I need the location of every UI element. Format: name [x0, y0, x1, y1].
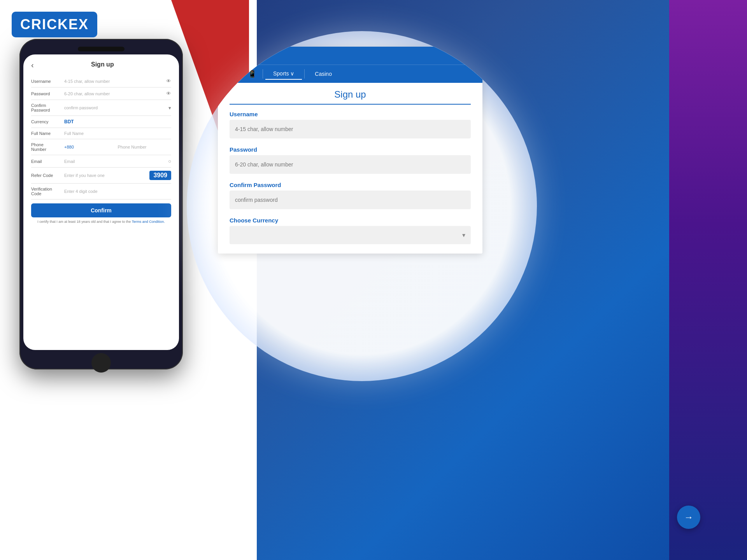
browser-header: CRICKEX [218, 47, 482, 65]
phone-confirm-password-chevron-icon[interactable]: ▾ [168, 105, 171, 111]
phone-username-label: Username [31, 79, 64, 84]
phone-currency-label: Currency [31, 119, 64, 124]
currency-label: Choose Currency [230, 217, 471, 224]
phone-home-button[interactable] [91, 353, 111, 373]
nav-divider-3 [304, 69, 305, 79]
green-corner-shape [472, 211, 537, 348]
magnifier-circle: CRICKEX 🏠 📱 Sports ∨ Casino Sign up User… [187, 31, 537, 381]
confirm-password-section: Confirm Password [230, 182, 471, 215]
phone-currency-value[interactable]: BDT [64, 119, 74, 124]
phone-email-circle-icon: ○ [168, 158, 171, 164]
phone-back-button[interactable]: ‹ [31, 61, 34, 70]
confirm-password-label: Confirm Password [230, 182, 471, 188]
phone-username-eye-icon[interactable]: 👁 [166, 78, 171, 84]
phone-frame: ‹ Sign up Username 4-15 char, allow numb… [19, 39, 183, 369]
password-input[interactable] [230, 155, 471, 174]
password-label: Password [230, 146, 471, 153]
phone-fullname-label: Full Name [31, 131, 64, 136]
arrow-right-icon: → [684, 512, 693, 523]
nav-mobile-icon[interactable]: 📱 [244, 67, 260, 80]
nav-divider-2 [263, 69, 263, 79]
phone-terms-text: I certify that I am at least 18 years ol… [31, 220, 171, 224]
phone-refercode-label: Refer Code [31, 173, 64, 178]
browser-logo-x: X [259, 51, 265, 60]
username-section: Username [230, 111, 471, 145]
confirm-password-input[interactable] [230, 191, 471, 209]
phone-terms-link[interactable]: Terms and Condition. [132, 220, 165, 224]
password-section: Password [230, 146, 471, 180]
currency-dropdown-chevron-icon[interactable]: ▾ [462, 231, 465, 239]
phone-confirm-password-label: ConfirmPassword [31, 103, 64, 112]
phone-notch [78, 47, 124, 51]
phone-currency-row: Currency BDT [31, 116, 171, 128]
phone-number-label: PhoneNumber [31, 142, 64, 152]
phone-username-row: Username 4-15 char, allow number 👁 [31, 75, 171, 88]
nav-casino-item[interactable]: Casino [307, 68, 340, 79]
phone-email-label: Email [31, 159, 64, 164]
browser-window: CRICKEX 🏠 📱 Sports ∨ Casino Sign up User… [218, 47, 482, 254]
nav-home-icon[interactable]: 🏠 [223, 67, 239, 80]
phone-number-placeholder[interactable]: Phone Number [118, 145, 172, 149]
phone-confirm-button[interactable]: Confirm [31, 203, 171, 217]
nav-divider-1 [241, 69, 242, 79]
phone-number-input[interactable]: +880 [64, 145, 118, 149]
phone-email-row: Email Email ○ [31, 155, 171, 168]
phone-screen: ‹ Sign up Username 4-15 char, allow numb… [23, 54, 179, 350]
signup-form: Sign up Username Password Confirm Passwo… [218, 83, 482, 254]
phone-password-eye-icon[interactable]: 👁 [166, 91, 171, 96]
phone-container: ‹ Sign up Username 4-15 char, allow numb… [19, 39, 214, 506]
nav-sports-item[interactable]: Sports ∨ [265, 68, 302, 80]
phone-email-input[interactable]: Email [64, 159, 168, 164]
phone-verification-label: VerificationCode [31, 187, 64, 196]
crickex-logo-topleft: CRICKEX [12, 12, 97, 37]
phone-signup-title: Sign up [34, 61, 171, 68]
phone-verification-input[interactable]: Enter 4 digit code [64, 189, 171, 194]
phone-fullname-row: Full Name Full Name [31, 128, 171, 139]
username-label: Username [230, 111, 471, 117]
phone-number-row: PhoneNumber +880 Phone Number [31, 139, 171, 155]
phone-verification-row: VerificationCode Enter 4 digit code [31, 184, 171, 200]
phone-username-input[interactable]: 4-15 char, allow number [64, 79, 166, 84]
username-input[interactable] [230, 120, 471, 138]
arrow-next-button[interactable]: → [677, 506, 700, 529]
logo-text: CRICKEX [20, 16, 89, 33]
phone-password-row: Password 6-20 char, allow number 👁 [31, 88, 171, 100]
phone-refercode-value: 3909 [149, 171, 171, 180]
phone-confirm-password-row: ConfirmPassword confirm password ▾ [31, 100, 171, 116]
browser-nav: 🏠 📱 Sports ∨ Casino [218, 65, 482, 83]
phone-password-input[interactable]: 6-20 char, allow number [64, 91, 166, 96]
phone-refercode-input[interactable]: Enter if you have one [64, 173, 149, 178]
phone-fullname-input[interactable]: Full Name [64, 131, 171, 136]
browser-logo: CRICKEX [224, 51, 265, 61]
signup-title: Sign up [230, 83, 471, 105]
phone-confirm-password-input[interactable]: confirm password [64, 105, 168, 110]
phone-password-label: Password [31, 91, 64, 96]
phone-refercode-row: Refer Code Enter if you have one 3909 [31, 168, 171, 184]
currency-section: Choose Currency ▾ [230, 217, 471, 244]
right-panel [669, 0, 747, 560]
